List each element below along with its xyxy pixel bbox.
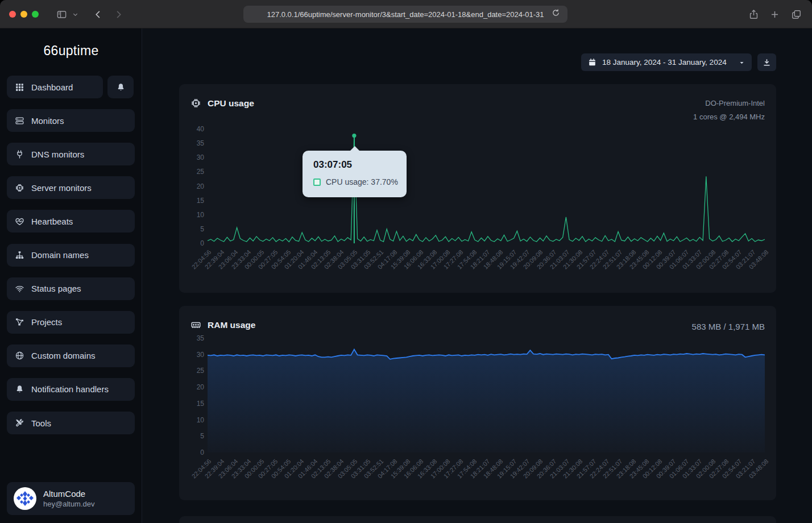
y-axis-tick: 35 (180, 334, 204, 342)
date-range-picker[interactable]: 18 January, 2024 - 31 January, 2024 (581, 53, 752, 71)
avatar (14, 487, 36, 510)
plug-icon (15, 150, 24, 159)
close-window-button[interactable] (9, 11, 16, 18)
y-axis-tick: 20 (180, 182, 204, 190)
back-button[interactable] (91, 7, 105, 21)
y-axis-tick: 35 (180, 139, 204, 147)
y-axis-tick: 5 (180, 225, 204, 233)
cpu-chart[interactable] (208, 129, 765, 243)
sidebar-item-label: DNS monitors (31, 150, 84, 159)
grid-icon (15, 82, 24, 92)
sidebar-item-status-pages[interactable]: Status pages (7, 277, 135, 300)
app-root: 66uptime DashboardMonitorsDNS monitorsSe… (0, 28, 812, 523)
tools-icon (15, 418, 24, 428)
sidebar-item-custom-domains[interactable]: Custom domains (7, 344, 135, 367)
tooltip-value-row: CPU usage: 37.70% (313, 177, 398, 186)
share-icon[interactable] (747, 7, 760, 21)
tab-overview-icon[interactable] (789, 7, 803, 21)
sidebar-item-monitors[interactable]: Monitors (7, 109, 135, 132)
cpu-card-title: CPU usage (208, 98, 254, 109)
bell-icon (116, 82, 126, 92)
tooltip-value: CPU usage: 37.70% (326, 177, 398, 186)
sidebar: 66uptime DashboardMonitorsDNS monitorsSe… (0, 28, 142, 523)
y-axis-tick: 40 (180, 125, 204, 133)
sidebar-item-label: Server monitors (31, 183, 92, 193)
sidebar-item-notification-handlers[interactable]: Notification handlers (7, 378, 135, 401)
main-content: 18 January, 2024 - 31 January, 2024 CPU … (142, 28, 812, 523)
ram-chart[interactable] (208, 338, 765, 453)
chart-tooltip: 03:07:05 CPU usage: 37.70% (303, 151, 407, 197)
user-email: hey@altum.dev (43, 500, 95, 508)
sidebar-item-dns-monitors[interactable]: DNS monitors (7, 143, 135, 165)
sidebar-toggle-icon[interactable] (55, 7, 68, 21)
sidebar-item-projects[interactable]: Projects (7, 311, 135, 334)
cpu-meta-model: DO-Premium-Intel (705, 99, 765, 107)
nodes-icon (15, 317, 24, 327)
browser-window: 127.0.0.1/66uptime/server-monitor/3&star… (0, 0, 812, 523)
server-icon (15, 116, 24, 126)
wifi-icon (15, 284, 24, 293)
browser-toolbar: 127.0.0.1/66uptime/server-monitor/3&star… (0, 0, 812, 28)
sidebar-item-label: Projects (31, 317, 62, 327)
sidebar-item-server-monitors[interactable]: Server monitors (7, 176, 135, 199)
y-axis-tick: 5 (180, 432, 204, 440)
minimize-window-button[interactable] (20, 11, 27, 18)
zoom-window-button[interactable] (32, 11, 39, 18)
ram-card-header: RAM usage (190, 319, 255, 330)
y-axis-tick: 25 (180, 168, 204, 176)
ram-usage-card: RAM usage 583 MB / 1,971 MB 353025201510… (179, 306, 776, 500)
bell-icon (15, 384, 24, 394)
ram-meta-usage: 583 MB / 1,971 MB (692, 322, 765, 331)
sidebar-item-label: Heartbeats (31, 217, 73, 226)
sidebar-item-label: Monitors (31, 116, 64, 126)
y-axis-tick: 10 (180, 211, 204, 219)
sidebar-item-label: Tools (31, 418, 51, 428)
cpu-meta-cores: 1 cores @ 2,494 MHz (693, 113, 765, 121)
sidebar-item-label: Status pages (31, 284, 81, 293)
cpu-usage-card: CPU usage DO-Premium-Intel 1 cores @ 2,4… (179, 84, 776, 293)
brand-logo: 66uptime (0, 43, 142, 59)
url-bar[interactable]: 127.0.0.1/66uptime/server-monitor/3&star… (243, 6, 567, 23)
sidebar-item-label: Dashboard (31, 82, 73, 92)
forward-button[interactable] (111, 7, 125, 21)
sidebar-item-label: Domain names (31, 250, 89, 260)
y-axis-tick: 20 (180, 383, 204, 391)
next-card-peek (179, 516, 776, 523)
user-card[interactable]: AltumCode hey@altum.dev (7, 482, 135, 515)
user-name: AltumCode (43, 489, 95, 499)
y-axis-tick: 15 (180, 400, 204, 408)
tooltip-arrow (350, 146, 359, 151)
y-axis-tick: 0 (180, 239, 204, 247)
y-axis-tick: 10 (180, 416, 204, 424)
date-range-label: 18 January, 2024 - 31 January, 2024 (602, 58, 727, 67)
caret-down-icon (739, 59, 745, 65)
chip-icon (15, 183, 24, 193)
download-icon (763, 58, 771, 67)
heart-pulse-icon (15, 217, 24, 226)
sidebar-item-label: Custom domains (31, 351, 96, 360)
download-report-button[interactable] (757, 53, 776, 71)
url-text: 127.0.0.1/66uptime/server-monitor/3&star… (267, 10, 544, 19)
y-axis-tick: 30 (180, 351, 204, 359)
ram-card-title: RAM usage (208, 320, 255, 330)
cpu-card-header: CPU usage (190, 98, 254, 109)
y-axis-tick: 0 (180, 449, 204, 456)
sidebar-item-heartbeats[interactable]: Heartbeats (7, 210, 135, 233)
sidebar-item-tools[interactable]: Tools (7, 412, 135, 434)
reload-icon[interactable] (552, 9, 563, 20)
y-axis-tick: 30 (180, 153, 204, 161)
sidebar-item-dashboard[interactable]: Dashboard (7, 76, 103, 98)
ram-memory-icon (190, 319, 201, 330)
tooltip-time: 03:07:05 (313, 159, 352, 171)
y-axis-tick: 15 (180, 197, 204, 205)
dashboard-notifications-button[interactable] (107, 76, 134, 98)
series-swatch-icon (313, 179, 321, 186)
new-tab-icon[interactable] (768, 7, 781, 21)
cpu-chip-icon (190, 98, 201, 109)
chevron-down-icon[interactable] (71, 7, 80, 21)
sidebar-item-domain-names[interactable]: Domain names (7, 244, 135, 267)
calendar-icon (588, 58, 596, 67)
sitemap-icon (15, 250, 24, 260)
sidebar-item-label: Notification handlers (31, 384, 109, 394)
globe-icon (15, 351, 24, 360)
